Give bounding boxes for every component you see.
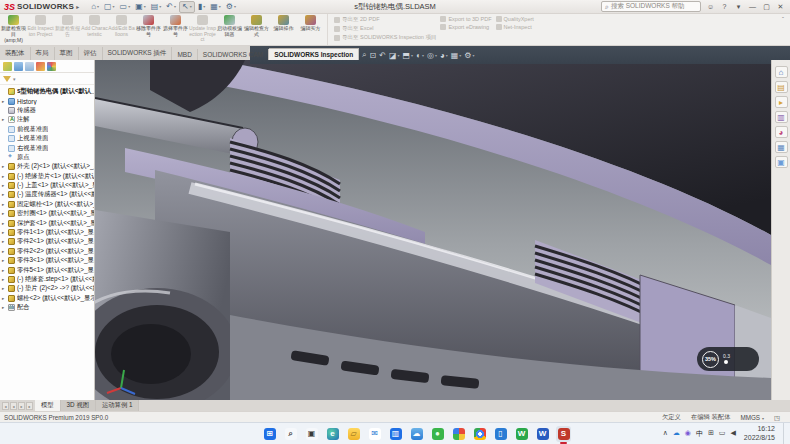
- tree-item[interactable]: ▸ History: [0, 96, 94, 105]
- net-inspect-item[interactable]: Net-Inspect: [496, 24, 534, 30]
- task-view-button[interactable]: ▣: [304, 426, 319, 442]
- app-360-safe-icon[interactable]: ●: [430, 426, 445, 442]
- apply-scene-icon[interactable]: ▦: [451, 51, 462, 60]
- tab-scroll-buttons[interactable]: ◂◂▸▸: [0, 402, 35, 411]
- app-360-browser-icon[interactable]: [451, 426, 466, 442]
- home-icon[interactable]: ⌂: [89, 1, 101, 13]
- edit-specifications-button[interactable]: 编辑实方: [297, 14, 324, 45]
- select-balloons-button[interactable]: 选择零件序号: [162, 14, 189, 45]
- tree-item[interactable]: ▸ 保护套<1> (默认<<默认>_显示状: [0, 218, 94, 227]
- zoom-area-icon[interactable]: ⊡: [369, 51, 376, 60]
- search-button[interactable]: ⌕: [283, 426, 298, 442]
- tree-item[interactable]: ▸ 配合: [0, 303, 94, 312]
- help-button[interactable]: ?: [718, 3, 731, 10]
- chrome-icon[interactable]: [472, 426, 487, 442]
- show-desktop-button[interactable]: [783, 423, 786, 444]
- displaymanager-tab-icon[interactable]: [47, 62, 56, 71]
- tree-filter[interactable]: ▾: [0, 73, 94, 85]
- file-properties-icon[interactable]: ▦: [208, 1, 223, 13]
- dimxpertmanager-tab-icon[interactable]: [36, 62, 45, 71]
- store-icon[interactable]: ▥: [388, 426, 403, 442]
- options-icon[interactable]: ⚙: [224, 1, 238, 13]
- add-edit-balloons-button[interactable]: Add/Edit Balloons: [108, 14, 135, 45]
- new-inspection-report-button[interactable]: 新建检查报告: [54, 14, 81, 45]
- close-button[interactable]: ✕: [774, 3, 787, 11]
- tab-layout[interactable]: 布局: [31, 47, 55, 60]
- units-selector[interactable]: MMGS: [740, 414, 764, 421]
- login-button[interactable]: ☺: [704, 3, 717, 10]
- edit-operations-button[interactable]: 编辑操作: [270, 14, 297, 45]
- tree-item[interactable]: 右视基准面: [0, 143, 94, 152]
- tree-item[interactable]: ▸ 螺栓<2> (默认<<默认>_显示状态: [0, 294, 94, 303]
- tab-sketch[interactable]: 草图: [55, 47, 79, 60]
- mail-icon[interactable]: ✉: [367, 426, 382, 442]
- file-explorer-icon[interactable]: ▱: [346, 426, 361, 442]
- onedrive-icon[interactable]: ☁: [673, 429, 680, 439]
- tab-assembly[interactable]: 装配体: [0, 47, 31, 60]
- tab-solidworks-addins[interactable]: SOLIDWORKS 插件: [103, 47, 173, 60]
- restore-button[interactable]: ▢: [760, 3, 773, 11]
- tray-expand-icon[interactable]: ∧: [663, 429, 668, 439]
- custom-properties-icon[interactable]: ▦: [775, 141, 788, 153]
- previous-view-icon[interactable]: ↶: [379, 51, 386, 60]
- tree-item[interactable]: ▸ (-) 垫片 (2)<2> ->? (默认<<默认>: [0, 284, 94, 293]
- new-inspection-project-button[interactable]: 新建检查项目 (amp;M): [0, 14, 27, 45]
- export-2d-pdf-item[interactable]: 导出至 2D PDF: [334, 16, 436, 23]
- tree-item[interactable]: ▸ 零件5<1> (默认<<默认>_显示状态: [0, 265, 94, 274]
- tree-item[interactable]: 传感器: [0, 106, 94, 115]
- tree-item[interactable]: ▸ 密封圈<1> (默认<<默认>_显示状: [0, 209, 94, 218]
- tag-icon[interactable]: ◳: [774, 414, 780, 421]
- phone-link-icon[interactable]: ▯: [493, 426, 508, 442]
- taskbar-clock[interactable]: 16:12 2022/8/15: [741, 425, 775, 441]
- assembly-model[interactable]: [95, 60, 771, 400]
- help-caret-icon[interactable]: ▾: [732, 3, 745, 11]
- model-tab[interactable]: 模型: [35, 400, 61, 411]
- undo-icon[interactable]: ↶: [164, 1, 178, 13]
- configurationmanager-tab-icon[interactable]: [25, 62, 34, 71]
- tree-root-item[interactable]: s型铂铑热电偶 (默认<默认_显示状态-1>: [0, 87, 94, 96]
- weather-icon[interactable]: ☁: [409, 426, 424, 442]
- rebuild-icon[interactable]: ▮: [196, 1, 207, 13]
- tree-item[interactable]: 前视基准面: [0, 125, 94, 134]
- tree-item[interactable]: ▸ (-) 温度传感器<1> (默认<<默认>_: [0, 190, 94, 199]
- edge-icon[interactable]: e: [325, 426, 340, 442]
- tree-item[interactable]: ▸ 外壳 (2)<1> (默认<<默认>_显示状: [0, 162, 94, 171]
- print-icon[interactable]: ▤: [149, 1, 164, 13]
- add-characteristic-button[interactable]: Add Characteristic: [81, 14, 108, 45]
- forum-icon[interactable]: ▣: [775, 156, 788, 168]
- edit-methods-button[interactable]: 编辑检查方式: [243, 14, 270, 45]
- tab-mbd[interactable]: MBD: [172, 49, 197, 60]
- save-icon[interactable]: ▣: [133, 1, 148, 13]
- edit-appearance-icon[interactable]: ◕: [440, 51, 448, 60]
- tree-item[interactable]: ▸ (-) 绝缘垫片<1> (默认<<默认>_显: [0, 172, 94, 181]
- tree-item[interactable]: ▸ 零件2<1> (默认<<默认>_显示状态: [0, 237, 94, 246]
- start-button[interactable]: ⊞: [262, 426, 277, 442]
- tree-item[interactable]: 上视基准面: [0, 134, 94, 143]
- ribbon-collapse-button[interactable]: ˆ: [776, 14, 790, 24]
- graphics-viewport[interactable]: 35% 0.3: [95, 60, 771, 400]
- tree-item[interactable]: ▸ 固定螺栓<1> (默认<<默认>_显示: [0, 200, 94, 209]
- tree-item[interactable]: ▸ (-) 上盖<1> (默认<<默认>_显示状: [0, 181, 94, 190]
- propertymanager-tab-icon[interactable]: [14, 62, 23, 71]
- edit-inspection-project-button[interactable]: Edit Inspection Project: [27, 14, 54, 45]
- select-icon[interactable]: ↖: [179, 1, 195, 13]
- tab-solidworks-inspection[interactable]: SOLIDWORKS Inspection: [269, 48, 359, 60]
- appearances-scenes-icon[interactable]: ◕: [775, 126, 788, 138]
- remove-balloons-button[interactable]: 移除零件序号: [135, 14, 162, 45]
- minimize-button[interactable]: —: [746, 3, 759, 10]
- export-edrawing-item[interactable]: Export eDrawing: [440, 24, 491, 30]
- ime-lang-indicator[interactable]: 中: [696, 429, 703, 439]
- wps-icon[interactable]: W: [514, 426, 529, 442]
- view-palette-icon[interactable]: ▥: [775, 111, 788, 123]
- featuremanager-tree-tab-icon[interactable]: [3, 62, 12, 71]
- qualityxpert-item[interactable]: QualityXpert: [496, 16, 534, 22]
- display-icon[interactable]: ▭: [719, 429, 726, 439]
- volume-icon[interactable]: ◀: [730, 429, 735, 439]
- tree-item[interactable]: ▸ (-) 绝缘套.step<1> (默认<<默认>: [0, 275, 94, 284]
- design-library-icon[interactable]: ▤: [775, 81, 788, 93]
- export-3d-pdf-item[interactable]: Export to 3D PDF: [440, 16, 491, 22]
- section-view-icon[interactable]: ◪: [389, 51, 400, 60]
- tree-item[interactable]: ▸ 零件1<1> (默认<<默认>_显示状态: [0, 228, 94, 237]
- view-settings-icon[interactable]: ⚙: [464, 51, 474, 60]
- tab-solidworks-cam[interactable]: SOLIDWORKS CAM: [198, 49, 269, 60]
